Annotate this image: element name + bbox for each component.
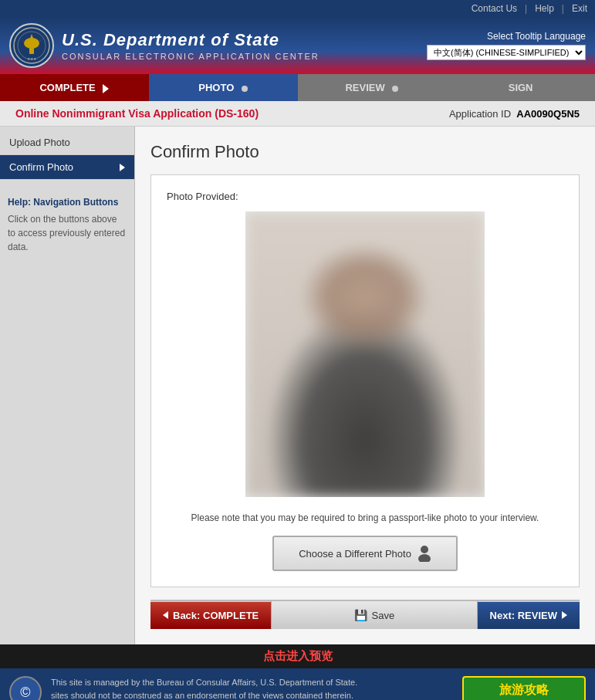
tab-review[interactable]: REVIEW: [298, 74, 447, 101]
contact-us-link[interactable]: Contact Us: [472, 3, 517, 14]
tab-sign[interactable]: SIGN: [446, 74, 595, 101]
sidebar: Upload Photo Confirm Photo Help: Navigat…: [0, 127, 135, 644]
nav-tabs: COMPLETE PHOTO REVIEW SIGN: [0, 74, 595, 101]
help-text: Click on the buttons above to access pre…: [8, 212, 127, 254]
sep2: |: [562, 3, 564, 14]
save-button[interactable]: 💾 Save: [271, 601, 477, 629]
sidebar-item-confirm-photo[interactable]: Confirm Photo: [0, 155, 134, 180]
help-link[interactable]: Help: [535, 3, 554, 14]
tooltip-label: Select Tooltip Language: [427, 31, 586, 42]
dept-name: U.S. Department of State: [62, 30, 319, 50]
top-bar: Contact Us | Help | Exit: [0, 0, 595, 17]
header: ★★★ U.S. Department of State CONSULAR EL…: [0, 17, 595, 74]
svg-point-8: [421, 546, 428, 553]
footer-watermark: 旅游攻略 www.1681989.cn: [462, 676, 586, 700]
state-dept-seal: ★★★: [9, 23, 54, 68]
photo-frame: [245, 211, 485, 497]
photo-box: Photo Provided: Please note that you may…: [150, 174, 580, 587]
bottom-toolbar: Back: COMPLETE 💾 Save Next: REVIEW: [150, 600, 580, 629]
back-button[interactable]: Back: COMPLETE: [150, 602, 271, 629]
header-left: ★★★ U.S. Department of State CONSULAR EL…: [9, 23, 319, 68]
photo-provided-label: Photo Provided:: [167, 191, 563, 202]
app-id-value: AA0090Q5N5: [516, 108, 580, 120]
svg-text:★★★: ★★★: [27, 56, 37, 61]
back-arrow-icon: [163, 611, 168, 619]
application-title: Online Nonimmigrant Visa Application (DS…: [15, 107, 259, 120]
svg-point-9: [418, 554, 431, 562]
center-name: CONSULAR ELECTRONIC APPLICATION CENTER: [62, 52, 319, 61]
next-button[interactable]: Next: REVIEW: [478, 602, 580, 629]
photo-dot: [242, 86, 248, 92]
footer-text: This site is managed by the Bureau of Co…: [51, 676, 453, 700]
save-icon: 💾: [354, 609, 367, 621]
language-select[interactable]: 中文(简体) (CHINESE-SIMPLIFIED) English: [427, 45, 586, 60]
page-title: Confirm Photo: [150, 142, 580, 162]
next-arrow-icon: [562, 611, 567, 619]
watermark-bar: 点击进入预览: [0, 644, 595, 668]
app-info-bar: Online Nonimmigrant Visa Application (DS…: [0, 101, 595, 127]
tab-complete[interactable]: COMPLETE: [0, 74, 149, 101]
photo-image: [245, 211, 485, 497]
review-dot: [392, 86, 398, 92]
choose-different-photo-button[interactable]: Choose a Different Photo: [272, 536, 458, 571]
svg-rect-6: [29, 48, 34, 54]
person-silhouette-icon: [418, 545, 431, 562]
help-section: Help: Navigation Buttons Click on the bu…: [0, 188, 134, 263]
content-area: Confirm Photo Photo Provided: Please not…: [135, 127, 595, 644]
help-title: Help: Navigation Buttons: [8, 197, 127, 208]
header-title: U.S. Department of State CONSULAR ELECTR…: [62, 30, 319, 61]
sep1: |: [525, 3, 527, 14]
main-layout: Upload Photo Confirm Photo Help: Navigat…: [0, 127, 595, 644]
application-id: Application ID AA0090Q5N5: [449, 108, 580, 120]
tab-photo[interactable]: PHOTO: [149, 74, 298, 101]
footer-logo: ©: [9, 676, 42, 700]
photo-note: Please note that you may be required to …: [167, 512, 563, 523]
complete-arrow: [103, 84, 109, 93]
active-chevron: [120, 164, 125, 171]
exit-link[interactable]: Exit: [572, 3, 587, 14]
header-right: Select Tooltip Language 中文(简体) (CHINESE-…: [427, 31, 586, 60]
footer: © This site is managed by the Bureau of …: [0, 668, 595, 700]
sidebar-item-upload-photo[interactable]: Upload Photo: [0, 130, 134, 155]
